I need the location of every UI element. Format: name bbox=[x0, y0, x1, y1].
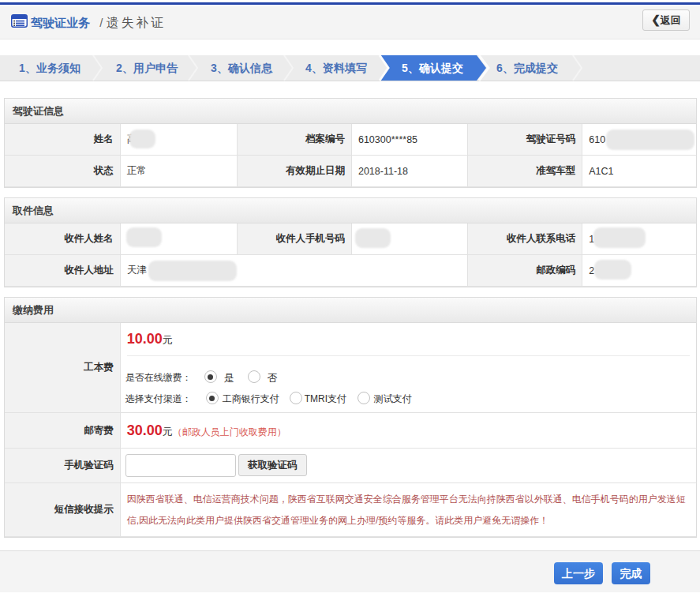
svg-text:1、业务须知: 1、业务须知 bbox=[19, 62, 80, 74]
svg-text:5、确认提交: 5、确认提交 bbox=[402, 62, 463, 74]
svg-text:6、完成提交: 6、完成提交 bbox=[496, 62, 558, 74]
svg-text:3、确认信息: 3、确认信息 bbox=[211, 62, 273, 74]
svg-text:2、用户申告: 2、用户申告 bbox=[116, 62, 178, 74]
svg-text:4、资料填写: 4、资料填写 bbox=[305, 62, 367, 74]
